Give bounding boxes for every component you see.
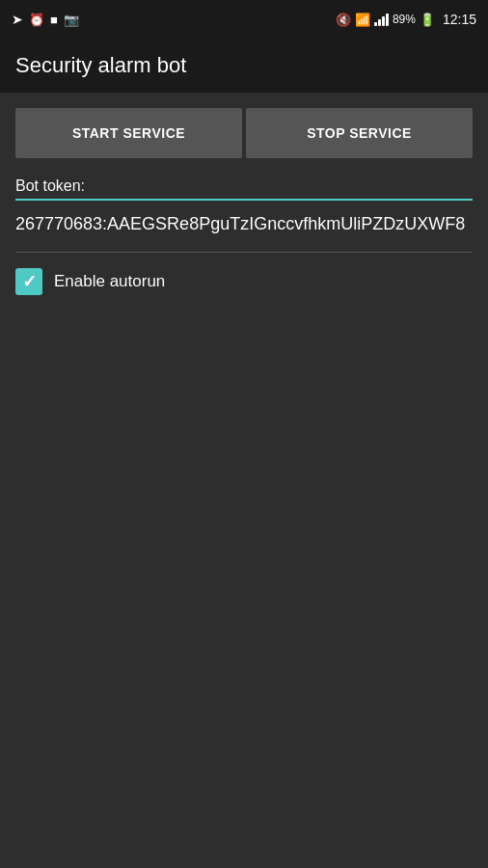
bot-token-section: Bot token: 267770683:AAEGSRe8PguTzIGnccv…	[15, 177, 473, 252]
main-content: START SERVICE STOP SERVICE Bot token: 26…	[0, 93, 488, 311]
bot-token-value[interactable]: 267770683:AAEGSRe8PguTzIGnccvfhkmUliPZDz…	[15, 212, 473, 236]
signal-bars	[374, 13, 389, 26]
app1-icon: ■	[50, 13, 58, 27]
checkmark-icon: ✓	[22, 273, 37, 290]
stop-service-button[interactable]: STOP SERVICE	[246, 108, 473, 158]
autorun-checkbox[interactable]: ✓	[15, 268, 42, 295]
autorun-row[interactable]: ✓ Enable autorun	[15, 268, 473, 295]
app2-icon: 📷	[64, 13, 79, 27]
time-display: 12:15	[443, 12, 476, 27]
token-underline	[15, 199, 473, 201]
buttons-row: START SERVICE STOP SERVICE	[15, 108, 473, 158]
status-bar-right: 🔇 📶 89% 🔋 12:15	[336, 12, 476, 27]
mute-icon: 🔇	[336, 13, 351, 27]
charging-icon: 🔋	[420, 13, 435, 27]
section-divider	[15, 252, 473, 253]
status-bar: ➤ ⏰ ■ 📷 🔇 📶 89% 🔋 12:15	[0, 0, 488, 39]
battery-text: 89%	[393, 13, 416, 26]
wifi-icon: 📶	[355, 13, 370, 27]
start-service-button[interactable]: START SERVICE	[15, 108, 242, 158]
page-title: Security alarm bot	[15, 53, 186, 78]
alarm-icon: ⏰	[29, 13, 44, 27]
nav-icon: ➤	[12, 12, 23, 27]
bot-token-label: Bot token:	[15, 177, 473, 195]
status-bar-left: ➤ ⏰ ■ 📷	[12, 12, 79, 27]
autorun-label: Enable autorun	[54, 272, 165, 291]
title-bar: Security alarm bot	[0, 39, 488, 93]
